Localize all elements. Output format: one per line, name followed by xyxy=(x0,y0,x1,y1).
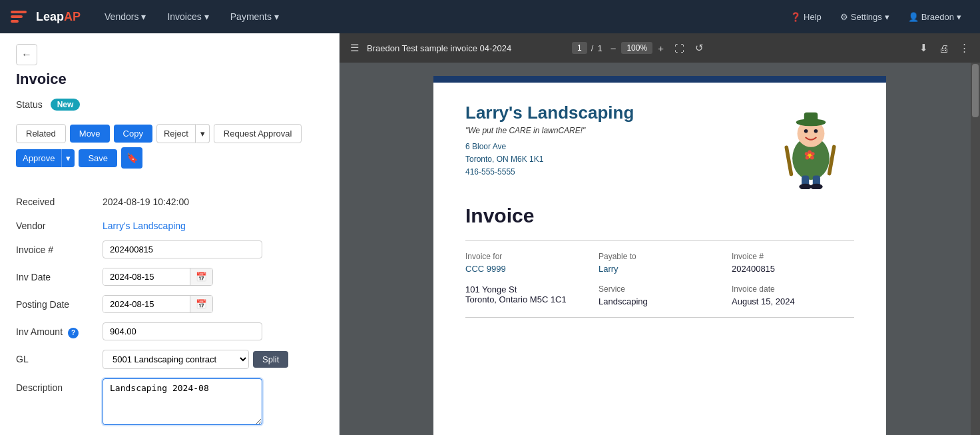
pdf-current-page: 1 xyxy=(572,42,587,54)
nav-right-area: ❓ Help ⚙ Settings ▾ 👤 Braedon ▾ xyxy=(782,0,969,33)
posting-date-input-wrap: 📅 xyxy=(103,295,213,313)
reject-dropdown-arrow[interactable]: ▾ xyxy=(196,124,210,143)
description-row: Description xyxy=(16,378,323,425)
svg-point-6 xyxy=(804,129,808,133)
pdf-header: Larry's Landscaping "We put the CARE in … xyxy=(465,103,854,191)
pdf-total-pages: 1 xyxy=(597,43,602,53)
split-button[interactable]: Split xyxy=(253,351,288,368)
svg-point-13 xyxy=(810,184,823,189)
pdf-menu-button[interactable]: ☰ xyxy=(348,41,362,55)
reject-dropdown: Reject ▾ xyxy=(156,124,210,143)
pdf-company-name: Larry's Landscaping xyxy=(465,103,634,123)
status-row: Status New xyxy=(16,99,80,111)
inv-date-input[interactable] xyxy=(103,268,190,285)
gl-label: GL xyxy=(16,350,103,364)
save-icon-button[interactable]: 🔖 xyxy=(121,147,142,169)
posting-date-input[interactable] xyxy=(103,296,190,312)
top-navigation: LeapAP Vendors ▾ Invoices ▾ Payments ▾ ❓… xyxy=(0,0,980,33)
pdf-invoice-for: Invoice for CCC 9999 xyxy=(465,252,588,274)
invoice-num-input[interactable] xyxy=(103,240,262,258)
received-value: 2024-08-19 10:42:00 xyxy=(103,193,189,207)
pdf-page-info: 1 / 1 xyxy=(572,42,603,54)
pdf-tagline: "We put the CARE in lawnCARE!" xyxy=(465,126,634,135)
inv-date-row: Inv Date 📅 xyxy=(16,268,323,286)
description-textarea[interactable] xyxy=(103,378,262,425)
pdf-page-separator: / xyxy=(591,43,594,53)
pdf-fit-button[interactable]: ⛶ xyxy=(672,41,687,55)
reject-button[interactable]: Reject xyxy=(156,124,196,143)
pdf-address-line2: Toronto, Ontario M5C 1C1 xyxy=(465,294,588,304)
posting-date-label: Posting Date xyxy=(16,295,103,310)
pdf-company-info: Larry's Landscaping "We put the CARE in … xyxy=(465,103,634,179)
vendor-value[interactable]: Larry's Landscaping xyxy=(103,217,186,231)
svg-point-17 xyxy=(810,156,814,160)
related-button[interactable]: Related xyxy=(16,124,66,143)
svg-point-19 xyxy=(805,152,809,156)
nav-user[interactable]: 👤 Braedon ▾ xyxy=(900,0,969,33)
nav-payments[interactable]: Payments ▾ xyxy=(222,0,287,33)
pdf-more-button[interactable]: ⋮ xyxy=(957,41,972,55)
nav-vendors[interactable]: Vendors ▾ xyxy=(97,0,154,33)
invoice-num-row: Invoice # xyxy=(16,240,323,258)
pdf-address-col: 101 Yonge St Toronto, Ontario M5C 1C1 xyxy=(465,284,588,306)
gear-icon: ⚙ xyxy=(840,12,848,22)
chevron-down-icon: ▾ xyxy=(204,11,209,22)
pdf-zoom-out-button[interactable]: − xyxy=(608,41,619,55)
approve-dropdown-arrow[interactable]: ▾ xyxy=(61,149,75,167)
pdf-invoice-for-label: Invoice for xyxy=(465,252,588,261)
pdf-scrollbar[interactable] xyxy=(971,63,980,435)
pdf-invoice-num-value: 202400815 xyxy=(732,264,854,274)
pdf-address-line1: 101 Yonge St xyxy=(465,284,588,294)
svg-rect-8 xyxy=(784,145,794,177)
posting-date-calendar-button[interactable]: 📅 xyxy=(190,296,212,312)
posting-date-row: Posting Date 📅 xyxy=(16,295,323,313)
pdf-service-label: Service xyxy=(599,284,721,294)
copy-button[interactable]: Copy xyxy=(114,125,152,143)
gl-input-area: 5001 Landscaping contract Split xyxy=(103,350,288,369)
pdf-viewer-panel: ☰ Braedon Test sample invoice 04-2024 1 … xyxy=(340,33,980,435)
pdf-zoom-controls: − 100% + xyxy=(608,41,666,55)
pdf-invoice-number: Invoice # 202400815 xyxy=(732,252,854,274)
app-name: LeapAP xyxy=(36,10,81,24)
inv-date-label: Inv Date xyxy=(16,268,103,282)
main-container: ← Invoice Status New Related Move Copy R… xyxy=(0,33,980,435)
pdf-mascot xyxy=(768,103,854,191)
received-label: Received xyxy=(16,193,103,207)
approve-button[interactable]: Approve xyxy=(16,149,61,167)
page-title: Invoice xyxy=(16,71,323,88)
pdf-page: Larry's Landscaping "We put the CARE in … xyxy=(433,76,886,435)
pdf-zoom-in-button[interactable]: + xyxy=(655,41,666,55)
action-row: Related Move Copy Reject ▾ Request Appro… xyxy=(16,124,323,169)
pdf-divider-2 xyxy=(465,317,854,318)
pdf-service-col: Service Landscaping xyxy=(599,284,721,306)
back-button[interactable]: ← xyxy=(16,44,37,65)
move-button[interactable]: Move xyxy=(70,125,110,143)
inv-amount-input[interactable] xyxy=(103,322,262,340)
save-button[interactable]: Save xyxy=(79,149,117,167)
pdf-invoice-date-col: Invoice date August 15, 2024 xyxy=(732,284,854,306)
pdf-download-button[interactable]: ⬇ xyxy=(917,41,931,55)
pdf-toolbar: ☰ Braedon Test sample invoice 04-2024 1 … xyxy=(340,33,980,63)
chevron-down-icon: ▾ xyxy=(141,11,146,22)
request-approval-button[interactable]: Request Approval xyxy=(214,124,302,143)
pdf-zoom-level: 100% xyxy=(621,42,652,54)
inv-date-calendar-button[interactable]: 📅 xyxy=(190,268,212,285)
pdf-rotate-button[interactable]: ↺ xyxy=(692,41,706,55)
pdf-print-button[interactable]: 🖨 xyxy=(936,41,951,55)
svg-point-15 xyxy=(808,151,812,155)
gl-select[interactable]: 5001 Landscaping contract xyxy=(103,350,249,369)
pdf-invoice-details-2: 101 Yonge St Toronto, Ontario M5C 1C1 Se… xyxy=(465,284,854,306)
pdf-title: Braedon Test sample invoice 04-2024 xyxy=(367,43,567,53)
pdf-invoice-date-label: Invoice date xyxy=(732,284,854,294)
logo-icon xyxy=(11,6,32,27)
nav-invoices[interactable]: Invoices ▾ xyxy=(159,0,216,33)
pdf-invoice-details: Invoice for CCC 9999 Payable to Larry In… xyxy=(465,252,854,274)
inv-amount-help-icon[interactable]: ? xyxy=(68,328,79,338)
app-logo[interactable]: LeapAP xyxy=(11,6,81,27)
pdf-invoice-num-label: Invoice # xyxy=(732,252,854,261)
nav-settings[interactable]: ⚙ Settings ▾ xyxy=(832,0,897,33)
pdf-invoice-date-value: August 15, 2024 xyxy=(732,296,854,306)
nav-help[interactable]: ❓ Help xyxy=(782,0,830,33)
status-label: Status xyxy=(16,99,43,110)
pdf-payable-to: Payable to Larry xyxy=(599,252,721,274)
